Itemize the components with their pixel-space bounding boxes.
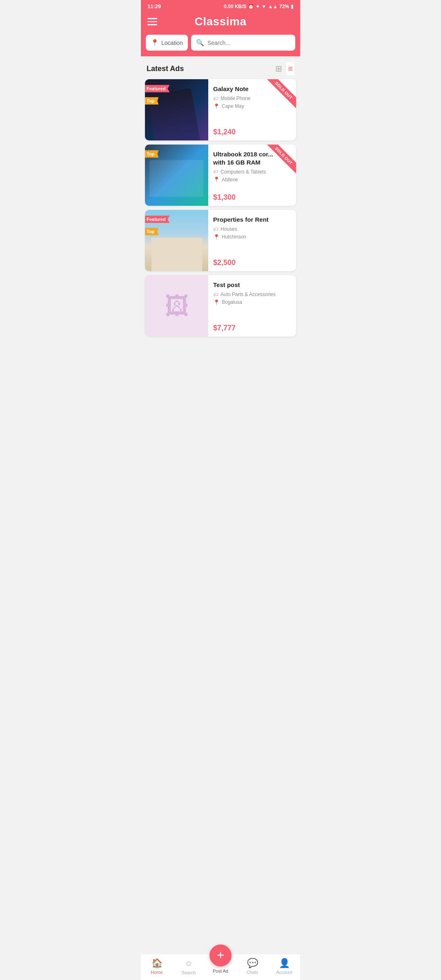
ad-category-label-4: Auto Parts & Accessories [220, 292, 276, 297]
hamburger-line-1 [147, 18, 157, 19]
status-bar: 11:29 0.00 KB/S ⏰ ✦ ▼ ▲▲ 72% ▮ [141, 0, 300, 11]
tag-icon-1: 🏷 [213, 96, 218, 102]
latest-ads-header: Latest Ads ⊞ ≡ [141, 56, 300, 79]
top-badge-2: Top [145, 150, 158, 158]
ad-info-4: Test post 🏷 Auto Parts & Accessories 📍 B… [208, 275, 296, 336]
ad-image-1: Featured Top [145, 79, 208, 140]
location-icon-1: 📍 [213, 103, 220, 109]
ad-location-label-3: Hutchinson [222, 234, 246, 240]
location-icon-3: 📍 [213, 234, 220, 240]
tag-icon-2: 🏷 [213, 169, 218, 175]
ad-price-1: $1,240 [213, 128, 291, 136]
ad-location-label-2: Abilene [222, 177, 238, 183]
grid-view-icon: ⊞ [275, 64, 282, 73]
battery-display: 72% [279, 4, 289, 9]
grid-view-button[interactable]: ⊞ [274, 62, 284, 75]
ad-title-3: Properties for Rent [213, 216, 291, 224]
app-title: Classima [162, 15, 279, 28]
ad-price-3: $2,500 [213, 258, 291, 267]
top-badge-1: Top [145, 97, 158, 105]
hamburger-line-2 [147, 21, 157, 22]
latest-ads-title: Latest Ads [147, 65, 184, 73]
location-icon-4: 📍 [213, 299, 220, 305]
ad-category-label-1: Mobile Phone [220, 96, 250, 101]
ad-image-2: Top [145, 145, 208, 206]
ad-card-2[interactable]: Top SOLD OUT Ultrabook 2018 cor...with 1… [145, 145, 296, 206]
alarm-icon: ⏰ [248, 4, 254, 9]
location-button[interactable]: 📍 Location [146, 35, 188, 51]
ad-location-2: 📍 Abilene [213, 176, 291, 183]
bluetooth-icon: ✦ [256, 4, 260, 9]
ad-card-1[interactable]: Featured Top SOLD OUT Galaxy Note 🏷 Mobi… [145, 79, 296, 140]
ad-info-2: SOLD OUT Ultrabook 2018 cor...with 16 GB… [208, 145, 296, 206]
ad-location-1: 📍 Cape May [213, 103, 291, 109]
image-placeholder-icon: 🖼 [165, 292, 189, 320]
ad-info-3: Properties for Rent 🏷 Houses 📍 Hutchinso… [208, 210, 296, 271]
location-label: Location [161, 40, 183, 46]
list-view-button[interactable]: ≡ [286, 62, 294, 75]
search-icon: 🔍 [196, 39, 204, 47]
status-icons: 0.00 KB/S ⏰ ✦ ▼ ▲▲ 72% ▮ [224, 4, 294, 9]
ad-category-3: 🏷 Houses [213, 226, 291, 232]
ad-card-4[interactable]: 🖼 Test post 🏷 Auto Parts & Accessories 📍… [145, 275, 296, 336]
main-content: Latest Ads ⊞ ≡ Featured Top SOLD OUT Gal… [141, 56, 300, 369]
ads-list: Featured Top SOLD OUT Galaxy Note 🏷 Mobi… [141, 79, 300, 336]
ad-location-3: 📍 Hutchinson [213, 234, 291, 240]
ad-location-4: 📍 Bogalusa [213, 299, 291, 305]
ad-image-3: Featured Top [145, 210, 208, 271]
time-display: 11:29 [147, 3, 161, 9]
network-icon: 0.00 KB/S [224, 4, 246, 9]
view-toggle: ⊞ ≡ [274, 62, 294, 75]
list-view-icon: ≡ [288, 64, 293, 73]
ad-location-label-4: Bogalusa [222, 299, 242, 305]
battery-icon: ▮ [291, 4, 294, 9]
wifi-icon: ▼ [261, 4, 266, 9]
location-icon-2: 📍 [213, 176, 220, 183]
ad-category-label-2: Computers & Tablets [220, 169, 266, 175]
signal-icon: ▲▲ [268, 4, 278, 9]
ad-category-1: 🏷 Mobile Phone [213, 96, 291, 102]
ad-title-4: Test post [213, 281, 291, 289]
ad-category-label-3: Houses [220, 226, 237, 232]
top-badge-3: Top [145, 228, 158, 235]
ad-info-1: SOLD OUT Galaxy Note 🏷 Mobile Phone 📍 Ca… [208, 79, 296, 140]
location-pin-icon: 📍 [151, 39, 159, 47]
ad-location-label-1: Cape May [222, 103, 244, 109]
featured-badge-1: Featured [145, 85, 169, 92]
ad-image-4: 🖼 [145, 275, 208, 336]
header: Classima [141, 11, 300, 35]
tag-icon-3: 🏷 [213, 226, 218, 232]
tag-icon-4: 🏷 [213, 292, 218, 298]
placeholder-image: 🖼 [145, 275, 208, 336]
search-input[interactable] [207, 40, 290, 46]
search-input-wrap: 🔍 [191, 35, 295, 51]
ad-category-4: 🏷 Auto Parts & Accessories [213, 292, 291, 298]
search-row: 📍 Location 🔍 [141, 35, 300, 56]
hamburger-menu[interactable] [147, 18, 157, 25]
hamburger-line-3 [147, 24, 157, 25]
featured-badge-3: Featured [145, 216, 169, 223]
ad-category-2: 🏷 Computers & Tablets [213, 169, 291, 175]
ad-price-2: $1,300 [213, 193, 291, 202]
ad-price-4: $7,777 [213, 324, 291, 332]
ad-card-3[interactable]: Featured Top Properties for Rent 🏷 House… [145, 210, 296, 271]
